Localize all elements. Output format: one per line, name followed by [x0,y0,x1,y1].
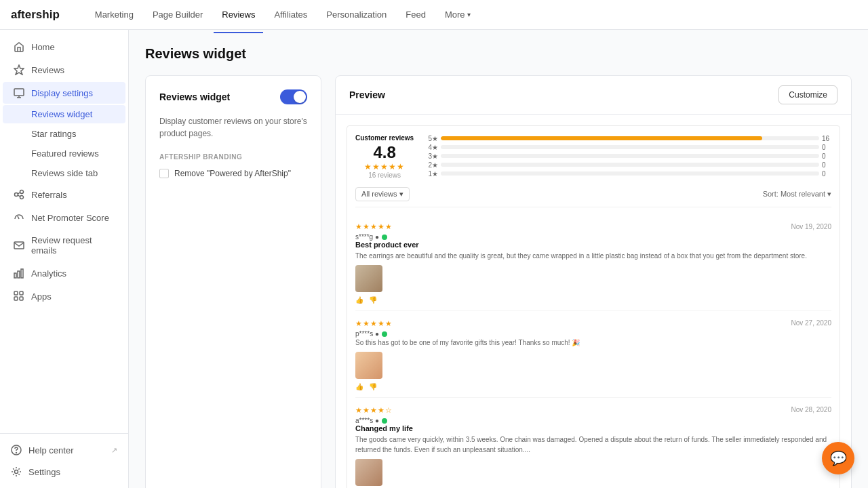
sidebar-bottom: Help center ↗ Settings [0,433,128,483]
svg-rect-6 [14,273,16,278]
thumbs-up-2[interactable]: 👍 [355,383,363,390]
review-title-3: Changed my life [355,424,831,432]
widget-title: Reviews widget [159,92,230,102]
svg-rect-5 [14,242,24,249]
cr-filter-dropdown[interactable]: All reviews ▾ [355,187,410,201]
svg-point-15 [15,470,18,474]
cr-heading: Customer reviews [355,134,414,142]
review-meta-1: ★★★★★ Nov 19, 2020 [355,222,831,231]
review-author-2: p****s ● [355,330,831,338]
verified-badge-2 [382,331,387,337]
sidebar-item-home[interactable]: Home [3,36,125,58]
chat-icon: 💬 [830,450,847,466]
cr-bar-3: 3★ 0 [425,152,831,160]
top-navigation: aftership Marketing Page Builder Reviews… [0,0,868,30]
cr-summary-stars: ★★★★★ [355,162,414,171]
cr-filter-row: All reviews ▾ Sort: Most relevant ▾ [355,187,831,207]
svg-rect-10 [20,291,23,295]
display-icon [14,87,24,98]
external-link-icon: ↗ [111,446,117,455]
sidebar-item-net-promoter[interactable]: Net Promoter Score [3,207,125,228]
sidebar-label-analytics: Analytics [31,268,66,279]
sidebar-label-apps: Apps [31,291,52,302]
sidebar-item-referrals[interactable]: Referrals [3,184,125,205]
review-image-1 [355,265,382,292]
sidebar-item-apps[interactable]: Apps [3,285,125,307]
widget-toggle[interactable] [280,89,307,104]
sidebar-item-reviews-widget[interactable]: Reviews widget [3,105,125,123]
help-icon [11,445,22,455]
review-text-2: So this has got to be one of my favorite… [355,338,831,348]
nav-personalization[interactable]: Personalization [318,4,395,25]
cr-sort-dropdown[interactable]: Sort: Most relevant ▾ [763,190,831,199]
nav-marketing[interactable]: Marketing [87,4,142,25]
svg-rect-12 [20,297,23,300]
two-column-layout: Reviews widget Display customer reviews … [145,75,852,488]
review-date-2: Nov 27, 2020 [791,319,832,327]
review-item-1: ★★★★★ Nov 19, 2020 s****g ● Best product… [355,216,831,311]
thumbs-down-1[interactable]: 👎 [369,296,377,304]
star-icon [14,64,24,75]
customize-button[interactable]: Customize [778,85,837,104]
review-text-1: The earrings are beautiful and the quali… [355,251,831,261]
cr-bar-4: 4★ 0 [425,144,831,151]
sidebar-label-review-request: Review request emails [31,235,115,256]
remove-branding-checkbox[interactable] [159,169,169,178]
sidebar-item-reviews[interactable]: Reviews [3,59,125,81]
page-title: Reviews widget [145,46,852,62]
sidebar: Home Reviews Display settings Reviews wi… [0,30,129,488]
widget-header: Reviews widget [159,89,307,104]
preview-body: Customer reviews 4.8 ★★★★★ 16 reviews 5★… [336,115,851,488]
svg-rect-1 [14,89,24,96]
review-item-2: ★★★★★ Nov 27, 2020 p****s ● So this has … [355,311,831,398]
svg-rect-11 [14,297,18,300]
logo[interactable]: aftership [11,8,60,22]
review-stars-1: ★★★★★ [355,222,393,231]
checkbox-label: Remove "Powered by AfterShip" [174,169,291,178]
preview-header: Preview Customize [336,76,851,115]
reviews-preview-inner: Customer reviews 4.8 ★★★★★ 16 reviews 5★… [347,125,840,488]
toggle-knob [294,91,306,103]
preview-title: Preview [349,89,385,100]
nav-page-builder[interactable]: Page Builder [144,4,211,25]
verified-badge-3 [382,418,387,424]
cr-bar-5: 5★ 16 [425,135,831,142]
sidebar-item-reviews-side-tab[interactable]: Reviews side tab [3,164,125,182]
nav-more[interactable]: More ▾ [437,4,479,25]
nav-reviews[interactable]: Reviews [214,4,263,25]
grid-icon [14,291,24,302]
sidebar-help-center[interactable]: Help center ↗ [0,439,128,461]
branding-checkbox-row: Remove "Powered by AfterShip" [159,169,307,178]
svg-rect-9 [14,291,18,295]
verified-badge-1 [382,235,387,240]
main-content: Reviews widget Reviews widget Display cu… [129,30,868,488]
review-date-1: Nov 19, 2020 [791,223,832,230]
widget-config-card: Reviews widget Display customer reviews … [145,75,321,488]
svg-point-4 [20,196,24,199]
sidebar-settings[interactable]: Settings [0,461,128,483]
svg-rect-8 [21,269,23,278]
sidebar-item-featured-reviews[interactable]: Featured reviews [3,144,125,163]
svg-point-2 [15,193,18,197]
thumbs-up-1[interactable]: 👍 [355,296,363,304]
branding-section-label: AFTERSHIP BRANDING [159,153,307,161]
sidebar-label-net-promoter: Net Promoter Score [31,213,109,223]
svg-point-3 [20,190,24,194]
nav-feed[interactable]: Feed [397,4,434,25]
sidebar-item-display-settings[interactable]: Display settings [3,82,125,104]
sidebar-item-review-request[interactable]: Review request emails [3,230,125,261]
nav-items: Marketing Page Builder Reviews Affiliate… [87,4,479,25]
thumbs-down-2[interactable]: 👎 [369,383,377,390]
sidebar-item-analytics[interactable]: Analytics [3,262,125,284]
nav-affiliates[interactable]: Affiliates [266,4,315,25]
gauge-icon [14,212,24,223]
cr-bar-2: 2★ 0 [425,161,831,169]
widget-description: Display customer reviews on your store's… [159,115,307,140]
review-author-3: a****s ● [355,417,831,424]
preview-card: Preview Customize Customer reviews 4.8 ★… [335,75,852,488]
chat-button[interactable]: 💬 [822,442,854,474]
review-meta-2: ★★★★★ Nov 27, 2020 [355,318,831,328]
review-stars-2: ★★★★★ [355,319,393,327]
sidebar-label-display-settings: Display settings [31,88,93,98]
sidebar-item-star-ratings[interactable]: Star ratings [3,125,125,143]
